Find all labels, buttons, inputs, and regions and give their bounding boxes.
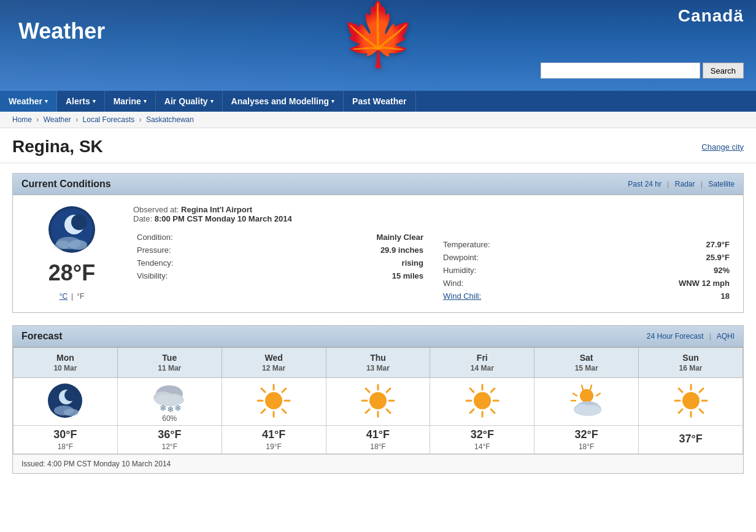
main-content: Current Conditions Past 24 hr | Radar | … (0, 163, 756, 496)
forecast-th-thu: Thu13 Mar (326, 348, 430, 378)
pressure-value: 29.9 inches (195, 244, 427, 256)
svg-line-48 (573, 393, 577, 396)
breadcrumb-home[interactable]: Home (12, 115, 32, 124)
svg-line-23 (261, 388, 265, 392)
breadcrumb-sep3: › (139, 115, 144, 124)
sun-icon-fri (464, 382, 501, 419)
date-value: 8:00 PM CST Monday 10 March 2014 (155, 214, 292, 223)
svg-text:❄: ❄ (174, 403, 182, 413)
unit-fahrenheit: °F (77, 292, 84, 301)
dewpoint-value: 25.9°F (501, 251, 733, 264)
svg-line-46 (582, 385, 583, 390)
radar-link[interactable]: Radar (675, 180, 695, 188)
wind-label: Wind: (439, 277, 501, 290)
nav-item-weather[interactable]: Weather ▾ (0, 91, 57, 112)
forecast-header-row: Mon10 Mar Tue11 Mar Wed12 Mar Thu13 Mar … (14, 348, 743, 378)
windchill-value: 18 (501, 290, 733, 303)
sun-icon-wed (255, 382, 292, 419)
nav-item-past-weather[interactable]: Past Weather (344, 91, 415, 112)
aqhi-link[interactable]: AQHI (717, 332, 735, 341)
nav-item-alerts[interactable]: Alerts ▾ (57, 91, 105, 112)
current-conditions-header: Current Conditions Past 24 hr | Radar | … (13, 174, 743, 195)
forecast-high-row: 30°F18°F 36°F12°F 41°F19°F 41°F18°F 32°F… (14, 426, 743, 454)
forecast-table: Mon10 Mar Tue11 Mar Wed12 Mar Thu13 Mar … (13, 347, 743, 454)
svg-line-33 (387, 409, 390, 413)
svg-point-5 (69, 240, 87, 250)
forecast-high-wed: 41°F19°F (222, 426, 326, 454)
table-row: Dewpoint: 25.9°F (439, 251, 733, 264)
cc-unit-toggle: °C | °F (60, 292, 85, 301)
svg-point-9 (64, 389, 77, 401)
breadcrumb-local-forecasts[interactable]: Local Forecasts (83, 115, 135, 124)
change-city-link[interactable]: Change city (701, 142, 744, 152)
temp-label: Temperature: (439, 238, 501, 251)
cc-icon-area: 28°F °C | °F (23, 205, 121, 303)
svg-line-60 (679, 388, 682, 392)
search-input[interactable] (541, 63, 700, 79)
partly-cloudy-icon (568, 382, 605, 419)
cc-temperature: 28°F (48, 260, 95, 286)
forecast-icon-fri (430, 378, 534, 426)
svg-line-24 (282, 409, 286, 413)
svg-point-27 (265, 392, 282, 409)
nav-item-marine[interactable]: Marine ▾ (105, 91, 156, 112)
dewpoint-label: Dewpoint: (439, 251, 501, 264)
breadcrumb-saskatchewan[interactable]: Saskatchewan (146, 115, 194, 124)
forecast-th-wed: Wed12 Mar (222, 348, 326, 378)
table-row: Temperature: 27.9°F (439, 238, 733, 251)
snow-cloud-icon: ❄ ❄ ❄ (151, 380, 188, 414)
tue-prob: 60% (162, 414, 177, 423)
svg-text:❄: ❄ (167, 404, 174, 414)
table-row: Wind Chill: 18 (439, 290, 733, 303)
table-row: Condition: Mainly Clear (133, 231, 427, 244)
forecast-icon-thu (326, 378, 430, 426)
tendency-label: Tendency: (133, 256, 195, 269)
cc-right-table: Temperature: 27.9°F Dewpoint: 25.9°F Hum… (439, 238, 733, 303)
past-24hr-link[interactable]: Past 24 hr (628, 180, 662, 188)
forecast-high-tue: 36°F12°F (117, 426, 222, 454)
svg-point-36 (369, 392, 387, 409)
breadcrumb-sep1: › (36, 115, 40, 124)
cc-details: Observed at: Regina Int'l Airport Date: … (133, 205, 733, 303)
humidity-label: Humidity: (439, 264, 501, 277)
satellite-link[interactable]: Satellite (708, 180, 735, 188)
24hour-forecast-link[interactable]: 24 Hour Forecast (647, 332, 704, 341)
windchill-link[interactable]: Wind Chill: (443, 291, 481, 301)
svg-line-47 (590, 385, 592, 390)
svg-line-25 (282, 388, 286, 392)
date-label: Date: (133, 214, 152, 223)
page-title: Regina, SK (12, 137, 103, 156)
forecast-th-sat: Sat15 Mar (534, 348, 639, 378)
unit-celsius[interactable]: °C (60, 292, 68, 301)
condition-value: Mainly Clear (195, 231, 427, 244)
svg-point-6 (55, 241, 70, 249)
search-button[interactable]: Search (703, 63, 744, 79)
nav-air-arrow: ▾ (210, 98, 214, 104)
canada-logo: Canadä (678, 6, 744, 26)
forecast-title: Forecast (21, 331, 63, 342)
unit-sep: | (71, 292, 73, 301)
breadcrumb-weather[interactable]: Weather (44, 115, 71, 124)
cc-right: Temperature: 27.9°F Dewpoint: 25.9°F Hum… (439, 238, 733, 303)
nav-alerts-label: Alerts (66, 96, 90, 106)
breadcrumb: Home › Weather › Local Forecasts › Saska… (0, 112, 756, 128)
forecast-header: Forecast 24 Hour Forecast | AQHI (13, 326, 743, 347)
forecast-card: Forecast 24 Hour Forecast | AQHI Mon10 M… (12, 325, 744, 474)
svg-point-3 (71, 214, 87, 230)
svg-point-55 (574, 405, 601, 416)
forecast-icon-sun (639, 378, 743, 426)
svg-point-11 (64, 409, 79, 416)
pressure-label: Pressure: (133, 244, 195, 256)
nav-item-analyses[interactable]: Analyses and Modelling ▾ (223, 91, 344, 112)
current-conditions-body: 28°F °C | °F Observed at: Regina Int'l A… (13, 195, 743, 312)
forecast-high-thu: 41°F18°F (326, 426, 430, 454)
header: Weather 🍁 Canadä Search (0, 0, 756, 91)
svg-line-49 (596, 393, 600, 396)
nav-air-label: Air Quality (164, 96, 208, 106)
table-row: Humidity: 92% (439, 264, 733, 277)
svg-text:❄: ❄ (160, 403, 167, 413)
issued-text: Issued: 4:00 PM CST Monday 10 March 2014 (13, 454, 743, 473)
svg-line-63 (679, 409, 682, 413)
nav-item-air-quality[interactable]: Air Quality ▾ (156, 91, 223, 112)
nav-weather-arrow: ▾ (45, 98, 48, 104)
